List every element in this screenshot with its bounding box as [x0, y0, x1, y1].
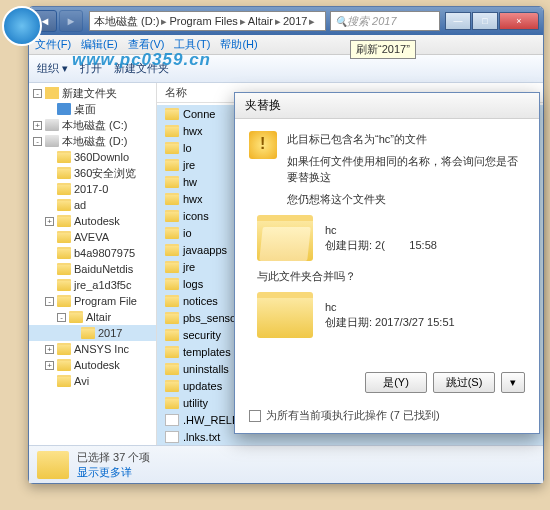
folder-icon [165, 397, 179, 409]
warning-icon [249, 131, 277, 159]
yes-button[interactable]: 是(Y) [365, 372, 427, 393]
tree-node[interactable]: Avi [29, 373, 156, 389]
item-label: security [183, 329, 221, 341]
crumb[interactable]: Altair [248, 15, 273, 27]
folder-icon [57, 151, 71, 163]
item-label: javaapps [183, 244, 227, 256]
tree-label: Autodesk [74, 215, 120, 227]
tree-node[interactable]: 360Downlo [29, 149, 156, 165]
item-label: jre [183, 159, 195, 171]
organize-button[interactable]: 组织 ▾ [37, 61, 68, 76]
folder-icon [57, 375, 71, 387]
item-label: hwx [183, 125, 203, 137]
crumb[interactable]: 2017 [283, 15, 307, 27]
item-label: lo [183, 142, 192, 154]
expand-icon[interactable]: + [45, 361, 54, 370]
tree-node[interactable]: +Autodesk [29, 357, 156, 373]
expand-icon[interactable]: - [57, 313, 66, 322]
close-button[interactable]: × [499, 12, 539, 30]
search-input[interactable]: 🔍 搜索 2017 [330, 11, 440, 31]
crumb[interactable]: Program Files [169, 15, 237, 27]
tree-node[interactable]: 2017 [29, 325, 156, 341]
crumb[interactable]: 本地磁盘 (D:) [94, 14, 159, 29]
dialog-line2: 如果任何文件使用相同的名称，将会询问您是否要替换这 [287, 153, 525, 185]
item-label: updates [183, 380, 222, 392]
expand-icon[interactable]: - [33, 89, 42, 98]
folder-tree[interactable]: -新建文件夹桌面+本地磁盘 (C:)-本地磁盘 (D:)360Downlo360… [29, 83, 157, 445]
tree-label: 新建文件夹 [62, 86, 117, 101]
folder-icon [165, 125, 179, 137]
folder-icon [57, 247, 71, 259]
folder-icon [57, 215, 71, 227]
dialog-line1: 此目标已包含名为“hc”的文件 [287, 131, 525, 147]
tree-label: Avi [74, 375, 89, 387]
tree-node[interactable]: 360安全浏览 [29, 165, 156, 181]
tree-node[interactable]: AVEVA [29, 229, 156, 245]
folder-icon [165, 329, 179, 341]
source-folder-name: hc [325, 223, 437, 238]
minimize-button[interactable]: ― [445, 12, 471, 30]
folder-icon [165, 142, 179, 154]
folder-icon [165, 210, 179, 222]
tree-node[interactable]: -Program File [29, 293, 156, 309]
expand-icon[interactable]: - [33, 137, 42, 146]
tree-node[interactable]: b4a9807975 [29, 245, 156, 261]
tree-node[interactable]: 2017-0 [29, 181, 156, 197]
tree-node[interactable]: -本地磁盘 (D:) [29, 133, 156, 149]
folder-icon [69, 311, 83, 323]
tree-node[interactable]: +ANSYS Inc [29, 341, 156, 357]
item-label: templates [183, 346, 231, 358]
item-label: utility [183, 397, 208, 409]
folder-icon [57, 199, 71, 211]
dialog-title[interactable]: 夹替换 [235, 93, 539, 119]
tree-label: 360安全浏览 [74, 166, 136, 181]
skip-button[interactable]: 跳过(S) [433, 372, 495, 393]
folder-icon [57, 183, 71, 195]
tree-node[interactable]: -新建文件夹 [29, 85, 156, 101]
drive-icon [45, 119, 59, 131]
tree-node[interactable]: +Autodesk [29, 213, 156, 229]
address-bar[interactable]: 本地磁盘 (D:)▸ Program Files▸ Altair▸ 2017▸ [89, 11, 326, 31]
refresh-tooltip: 刷新“2017” [350, 40, 416, 59]
tree-node[interactable]: BaiduNetdis [29, 261, 156, 277]
expand-icon[interactable]: + [45, 345, 54, 354]
maximize-button[interactable]: □ [472, 12, 498, 30]
item-label: pbs_sensor [183, 312, 240, 324]
tree-node[interactable]: 桌面 [29, 101, 156, 117]
merge-question: 与此文件夹合并吗？ [257, 269, 525, 284]
folder-icon [165, 261, 179, 273]
expand-icon[interactable]: + [33, 121, 42, 130]
tree-node[interactable]: -Altair [29, 309, 156, 325]
apply-all-checkbox[interactable] [249, 410, 261, 422]
expand-icon[interactable]: + [45, 217, 54, 226]
menu-file[interactable]: 文件(F) [35, 37, 71, 52]
file-icon [165, 414, 179, 426]
expand-icon[interactable]: - [45, 297, 54, 306]
item-label: hw [183, 176, 197, 188]
folder-icon [165, 295, 179, 307]
folder-icon [57, 359, 71, 371]
source-folder-date: 创建日期: 2( [325, 239, 385, 251]
tree-label: 本地磁盘 (C:) [62, 118, 127, 133]
folder-icon [57, 295, 71, 307]
item-label: Conne [183, 108, 215, 120]
status-more[interactable]: 显示更多详 [77, 465, 150, 480]
item-label: io [183, 227, 192, 239]
folder-icon [165, 346, 179, 358]
tree-node[interactable]: +本地磁盘 (C:) [29, 117, 156, 133]
item-label: logs [183, 278, 203, 290]
folder-icon [165, 380, 179, 392]
item-label: .lnks.txt [183, 431, 220, 443]
tree-label: Autodesk [74, 359, 120, 371]
tree-label: AVEVA [74, 231, 109, 243]
folder-icon [57, 263, 71, 275]
more-button[interactable]: ▾ [501, 372, 525, 393]
tree-label: 本地磁盘 (D:) [62, 134, 127, 149]
menu-help[interactable]: 帮助(H) [220, 37, 257, 52]
titlebar[interactable]: ◄ ► 本地磁盘 (D:)▸ Program Files▸ Altair▸ 20… [29, 7, 543, 35]
folder-icon [37, 451, 69, 479]
tree-node[interactable]: ad [29, 197, 156, 213]
tree-label: jre_a1d3f5c [74, 279, 132, 291]
tree-node[interactable]: jre_a1d3f5c [29, 277, 156, 293]
folder-icon [57, 231, 71, 243]
